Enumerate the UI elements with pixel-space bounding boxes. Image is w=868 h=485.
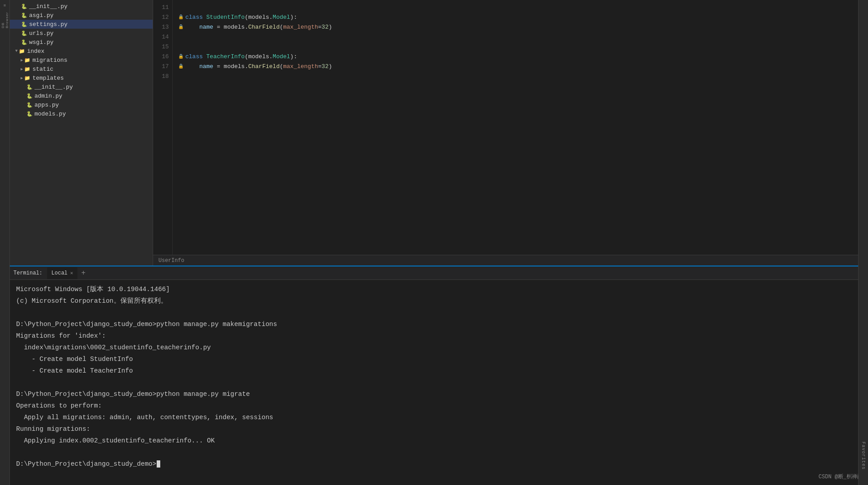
folder-icon-migrations: 📁 [24, 56, 31, 64]
folder-arrow-right-templates [21, 76, 23, 81]
eq-13: = [213, 22, 223, 32]
main-layout: 🐍 __init__.py 🐍 asgi.py 🐍 settings.py 🐍 … [10, 0, 868, 485]
file-asgi-py[interactable]: 🐍 asgi.py [10, 11, 153, 20]
dot-17: . [245, 62, 248, 72]
py-icon-green: 🐍 [26, 110, 33, 117]
paren-16: ( [245, 52, 248, 62]
file-name: __init__.py [34, 84, 73, 90]
indent-17 [185, 62, 199, 72]
file-wsgi-py[interactable]: 🐍 wsgi.py [10, 38, 153, 47]
folder-templates[interactable]: 📁 templates [10, 73, 153, 82]
editor-area: 11 12 13 14 15 16 17 18 🔒 class StudentI… [153, 0, 858, 266]
name-13: name [199, 22, 213, 32]
terminal-line-9: D:\Python_Project\django_study_demo>pyth… [16, 388, 862, 400]
terminal-add-tab[interactable]: + [79, 269, 87, 277]
editor-scroll: 11 12 13 14 15 16 17 18 🔒 class StudentI… [153, 0, 858, 255]
terminal-content[interactable]: Microsoft Windows [版本 10.0.19044.1466] (… [10, 280, 868, 485]
code-content[interactable]: 🔒 class StudentInfo(models.Model): 🔒 nam… [173, 0, 858, 255]
close-17: ) [329, 62, 332, 72]
models-12: models [248, 13, 269, 22]
py-icon: 🐍 [21, 12, 28, 19]
folder-arrow-right-static [21, 67, 23, 72]
lock-icon-13: 🔒 [178, 22, 184, 32]
models-13: models [224, 22, 245, 32]
lock-icon-12: 🔒 [178, 13, 184, 22]
folder-static[interactable]: 📁 static [10, 64, 153, 73]
classname-16: TeacherInfo [206, 52, 245, 62]
terminal-line-15: D:\Python_Project\django_study_demo> [16, 458, 862, 470]
py-icon-green: 🐍 [26, 92, 33, 99]
left-icon-db[interactable]: DB Browser [1, 16, 9, 24]
file-admin-py[interactable]: 🐍 admin.py [10, 91, 153, 100]
folder-migrations[interactable]: 📁 migrations [10, 56, 153, 64]
file-name: wsgi.py [29, 39, 54, 46]
py-icon-green: 🐍 [26, 83, 33, 90]
folder-icon: 📁 [18, 47, 26, 55]
lock-icon-16: 🔒 [178, 52, 184, 62]
terminal-line-1: (c) Microsoft Corporation。保留所有权利。 [16, 295, 862, 307]
folder-index[interactable]: 📁 index [10, 47, 153, 56]
name-17: name [199, 62, 213, 72]
file-urls-py[interactable]: 🐍 urls.py [10, 29, 153, 38]
paren-12: ( [245, 13, 248, 22]
left-icon-strip: ≡ DB Browser [0, 0, 10, 485]
py-icon-green: 🐍 [26, 101, 33, 108]
code-line-13: 🔒 name = models.CharField(max_length=32) [178, 22, 853, 32]
modelclass-12: Model [273, 13, 290, 22]
file-init-py-index[interactable]: 🐍 __init__.py [10, 82, 153, 91]
line-numbers: 11 12 13 14 15 16 17 18 [153, 0, 173, 255]
dot-16: . [269, 52, 273, 62]
file-init-py-top[interactable]: 🐍 __init__.py [10, 2, 153, 11]
watermark: CSDN @断_㭊禅酥 [819, 473, 863, 481]
terminal-line-0: Microsoft Windows [版本 10.0.19044.1466] [16, 283, 862, 295]
file-models-py[interactable]: 🐍 models.py [10, 109, 153, 118]
file-name: models.py [34, 111, 66, 117]
folder-icon-static: 📁 [24, 65, 31, 73]
editor-breadcrumb: UserInfo [153, 255, 858, 266]
file-name: urls.py [29, 30, 54, 37]
file-name: __init__.py [29, 3, 68, 10]
closeparen-16: ): [290, 52, 297, 62]
code-line-15 [178, 42, 853, 52]
kw-class-12: class [185, 13, 206, 22]
folder-name-migrations: migrations [32, 57, 67, 64]
file-name: apps.py [34, 102, 59, 108]
breadcrumb-text: UserInfo [158, 258, 184, 264]
terminal-line-3: D:\Python_Project\django_study_demo>pyth… [16, 318, 862, 330]
terminal-line-8 [16, 377, 862, 388]
file-apps-py[interactable]: 🐍 apps.py [10, 100, 153, 109]
models-17: models [224, 62, 245, 72]
file-name: asgi.py [29, 12, 54, 19]
terminal-tab-local[interactable]: Local ✕ [47, 267, 78, 279]
code-line-16: 🔒 class TeacherInfo(models.Model): [178, 52, 853, 62]
kw-class-16: class [185, 52, 206, 62]
tab-close-icon[interactable]: ✕ [70, 270, 73, 276]
closeparen-12: ): [290, 13, 297, 22]
models-16: models [248, 52, 269, 62]
py-icon: 🐍 [21, 3, 28, 10]
py-icon-selected: 🐍 [21, 21, 28, 28]
folder-icon-templates: 📁 [24, 74, 31, 82]
left-icon-1[interactable]: ≡ [1, 2, 9, 10]
file-settings-py[interactable]: 🐍 settings.py [10, 20, 153, 29]
charfield-17: CharField [248, 62, 279, 72]
folder-name: index [27, 48, 44, 55]
eq2-13: = [318, 22, 322, 32]
terminal-line-14 [16, 446, 862, 458]
open-13: ( [280, 22, 283, 32]
classname-12: StudentInfo [206, 13, 245, 22]
terminal-line-7: - Create model TeacherInfo [16, 365, 862, 377]
terminal-line-13: Applying index.0002_studentinfo_teacheri… [16, 435, 862, 446]
terminal-line-2 [16, 307, 862, 318]
favorites-label: Favorites [861, 442, 866, 470]
code-line-12: 🔒 class StudentInfo(models.Model): [178, 13, 853, 22]
file-name: settings.py [29, 21, 68, 28]
modelclass-16: Model [273, 52, 290, 62]
num-17: 32 [321, 62, 329, 72]
file-name: admin.py [34, 93, 62, 99]
folder-name-static: static [32, 66, 53, 73]
lock-icon-17: 🔒 [178, 62, 184, 72]
eq-17: = [213, 62, 223, 72]
charfield-13: CharField [248, 22, 279, 32]
maxlength-13: max_length [283, 22, 318, 32]
